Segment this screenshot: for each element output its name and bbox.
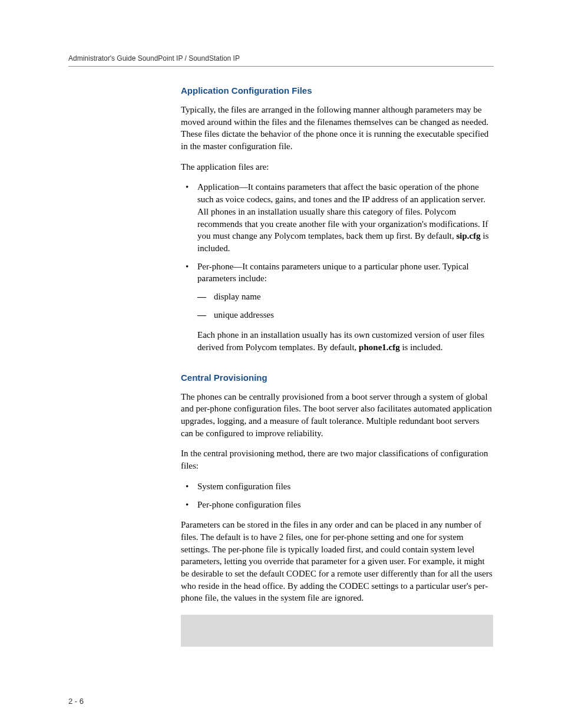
dash-unique-addresses: unique addresses	[197, 309, 493, 321]
section1-bullet-list: Application—It contains parameters that …	[181, 181, 493, 321]
after-sub-post: is included.	[400, 342, 443, 352]
bullet-application-text-pre: Application—It contains parameters that …	[197, 182, 488, 241]
main-content: Application Configuration Files Typicall…	[181, 85, 493, 647]
dash-display-name: display name	[197, 291, 493, 303]
section2-paragraph-3: Parameters can be stored in the files in…	[181, 519, 493, 604]
bullet-application-bold: sip.cfg	[457, 231, 481, 241]
section1-paragraph-1: Typically, the files are arranged in the…	[181, 104, 493, 153]
section2-bullet-list: System configuration files Per-phone con…	[181, 480, 493, 510]
running-title: Administrator's Guide SoundPoint IP / So…	[68, 54, 240, 62]
heading-application-config-files: Application Configuration Files	[181, 85, 493, 95]
section2-paragraph-2: In the central provisioning method, ther…	[181, 447, 493, 472]
bullet-per-phone-config: Per-phone configuration files	[181, 499, 493, 511]
gray-placeholder-box	[181, 615, 493, 647]
bullet-per-phone: Per-phone—It contains parameters unique …	[181, 261, 493, 321]
section1-after-sub: Each phone in an installation usually ha…	[181, 329, 493, 353]
page-number: 2 - 6	[68, 697, 84, 706]
section1-paragraph-2: The application files are:	[181, 161, 493, 173]
section2-paragraph-1: The phones can be centrally provisioned …	[181, 391, 493, 440]
heading-central-provisioning: Central Provisioning	[181, 373, 493, 383]
bullet-system-config: System configuration files	[181, 480, 493, 493]
after-sub-bold: phone1.cfg	[359, 342, 400, 352]
bullet-application: Application—It contains parameters that …	[181, 181, 493, 254]
running-header: Administrator's Guide SoundPoint IP / So…	[68, 54, 494, 67]
dash-list: display name unique addresses	[197, 291, 493, 321]
bullet-per-phone-text: Per-phone—It contains parameters unique …	[197, 262, 469, 284]
